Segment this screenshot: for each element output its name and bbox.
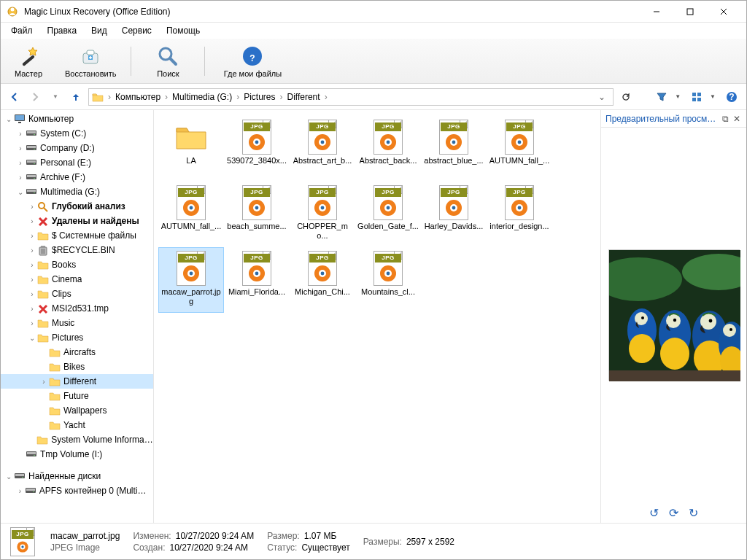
file-item[interactable]: JPGAbstract_art_b... — [290, 116, 355, 182]
tree-item[interactable]: ›Music — [1, 316, 153, 330]
sidebar-tree[interactable]: ⌄Компьютер›System (C:)›Company (D:)›Pers… — [1, 110, 154, 523]
menu-edit[interactable]: Правка — [40, 24, 85, 37]
menu-view[interactable]: Вид — [84, 24, 115, 37]
tree-item[interactable]: ›Глубокий анализ — [1, 199, 153, 214]
expander-icon[interactable]: › — [27, 319, 37, 327]
nav-back-button[interactable] — [7, 89, 23, 105]
file-item[interactable]: JPGabstract_blue_... — [421, 116, 487, 182]
preview-close-button[interactable]: ✕ — [732, 114, 742, 124]
file-item[interactable]: JPGMiami_Florida... — [224, 247, 290, 313]
expander-icon[interactable]: › — [27, 217, 37, 225]
tree-item[interactable]: ›MSI2d531.tmp — [1, 301, 153, 316]
tree-item[interactable]: ›Archive (F:) — [1, 170, 153, 184]
file-item[interactable]: JPGGolden_Gate_f... — [355, 182, 421, 247]
expander-icon[interactable]: › — [27, 246, 37, 254]
breadcrumb[interactable]: › Компьютер › Multimedia (G:) › Pictures… — [88, 88, 614, 106]
expander-icon[interactable]: › — [15, 144, 26, 152]
file-item[interactable]: JPGMountains_cl... — [355, 247, 421, 313]
tree-item[interactable]: Bikes — [1, 359, 153, 374]
tree-item[interactable]: ›Different — [1, 374, 153, 389]
tree-item[interactable]: ›$ Системные файлы — [1, 228, 153, 243]
tree-item[interactable]: ›Company (D:) — [1, 141, 153, 155]
nav-history-dropdown[interactable]: ▼ — [47, 89, 63, 105]
file-item[interactable]: JPGMichigan_Chi... — [290, 247, 355, 313]
tree-item[interactable]: ›$RECYCLE.BIN — [1, 243, 153, 257]
minimize-button[interactable] — [640, 1, 673, 23]
menu-help[interactable]: Помощь — [159, 24, 207, 37]
preview-popout-icon[interactable]: ⧉ — [719, 114, 732, 124]
tree-item[interactable]: ›Personal (E:) — [1, 155, 153, 170]
recover-button[interactable]: Восстановить — [65, 44, 116, 78]
file-item[interactable]: JPG539072_3840x... — [224, 116, 290, 182]
chevron-right-icon: › — [235, 92, 241, 102]
expander-icon[interactable]: › — [27, 290, 37, 298]
tree-item[interactable]: ›Books — [1, 257, 153, 272]
tree-item[interactable]: ⌄Multimedia (G:) — [1, 184, 153, 199]
filter-button[interactable] — [653, 90, 670, 104]
tree-item[interactable]: System Volume Information — [1, 432, 153, 447]
tree-item[interactable]: ⌄Найденные диски — [1, 469, 153, 483]
status-modified-label: Изменен: — [133, 531, 171, 541]
search-button[interactable]: Поиск — [146, 44, 190, 78]
menu-file[interactable]: Файл — [4, 24, 40, 37]
view-mode-button[interactable] — [688, 90, 705, 104]
tree-item[interactable]: Future — [1, 389, 153, 403]
expander-icon[interactable]: › — [27, 305, 37, 313]
nav-forward-button[interactable] — [27, 89, 43, 105]
crumb-0[interactable]: Компьютер — [112, 92, 163, 102]
menu-service[interactable]: Сервис — [115, 24, 159, 37]
tree-item[interactable]: ›System (C:) — [1, 126, 153, 141]
expander-icon[interactable]: › — [15, 130, 26, 138]
file-item[interactable]: JPGCHOPPER_mo... — [290, 182, 355, 247]
where-files-button[interactable]: ? Где мои файлы — [220, 44, 285, 78]
file-item[interactable]: LA — [158, 116, 224, 182]
file-item[interactable]: JPGHarley_Davids... — [421, 182, 487, 247]
nav-up-button[interactable] — [68, 89, 84, 105]
tree-item[interactable]: Tmp Volume (I:) — [1, 447, 153, 462]
tree-item[interactable]: ›APFS контейнер 0 (Multimedia) — [1, 483, 153, 498]
tree-item[interactable]: ›Clips — [1, 287, 153, 301]
expander-icon[interactable]: › — [27, 276, 37, 284]
expander-icon[interactable]: ⌄ — [4, 472, 14, 481]
expander-icon[interactable]: › — [39, 378, 49, 386]
help-button[interactable]: ? — [723, 90, 740, 104]
tree-item[interactable]: ›Cinema — [1, 272, 153, 287]
file-item[interactable]: JPGAUTUMN_fall_... — [487, 116, 552, 182]
tree-item[interactable]: ⌄Компьютер — [1, 112, 153, 126]
file-item[interactable]: JPGAbstract_back... — [355, 116, 421, 182]
maximize-button[interactable] — [673, 1, 707, 23]
file-grid[interactable]: LAJPG539072_3840x...JPGAbstract_art_b...… — [154, 110, 600, 523]
breadcrumb-dropdown[interactable]: ⌄ — [594, 92, 610, 102]
tree-item[interactable]: Aircrafts — [1, 345, 153, 359]
crumb-1[interactable]: Multimedia (G:) — [169, 92, 235, 102]
preview-refresh-button[interactable]: ⟳ — [669, 506, 678, 520]
expander-icon[interactable]: › — [15, 174, 26, 182]
file-item[interactable]: JPGbeach_summe... — [224, 182, 290, 247]
preview-rotate-left-button[interactable]: ↺ — [649, 506, 659, 520]
close-button[interactable] — [707, 1, 740, 23]
tree-item[interactable]: ⌄Pictures — [1, 330, 153, 345]
expander-icon[interactable]: › — [27, 203, 37, 211]
filter-dropdown[interactable]: ▼ — [675, 93, 681, 100]
svg-point-1 — [11, 7, 15, 11]
preview-rotate-right-button[interactable]: ↻ — [689, 506, 698, 520]
crumb-2[interactable]: Pictures — [241, 92, 278, 102]
tree-item[interactable]: Wallpapers — [1, 403, 153, 418]
view-mode-dropdown[interactable]: ▼ — [710, 93, 716, 100]
expander-icon[interactable]: › — [15, 159, 26, 167]
file-thumb: JPG — [305, 185, 340, 220]
wizard-button[interactable]: Мастер — [7, 44, 50, 78]
file-item[interactable]: JPGinterior_design... — [487, 182, 552, 247]
refresh-button[interactable] — [618, 89, 634, 105]
expander-icon[interactable]: › — [15, 487, 25, 495]
tree-item[interactable]: ›Удалены и найдены — [1, 214, 153, 228]
expander-icon[interactable]: ⌄ — [4, 115, 14, 123]
expander-icon[interactable]: ⌄ — [15, 188, 26, 196]
expander-icon[interactable]: › — [27, 261, 37, 269]
tree-item[interactable]: Yacht — [1, 418, 153, 432]
expander-icon[interactable]: ⌄ — [27, 334, 37, 342]
file-item[interactable]: JPGAUTUMN_fall_... — [158, 182, 224, 247]
file-item[interactable]: JPGmacaw_parrot.jpg — [158, 247, 224, 313]
expander-icon[interactable]: › — [27, 232, 37, 240]
crumb-3[interactable]: Different — [284, 92, 322, 102]
